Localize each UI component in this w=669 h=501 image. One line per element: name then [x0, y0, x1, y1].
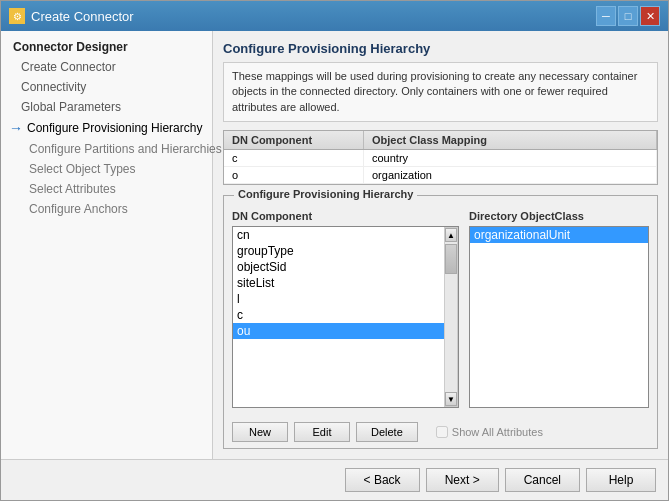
list-item[interactable]: l	[233, 291, 444, 307]
sidebar-item-configure-partitions-hierarchies[interactable]: Configure Partitions and Hierarchies	[1, 139, 212, 159]
main-window: ⚙ Create Connector ─ □ ✕ Connector Desig…	[0, 0, 669, 501]
title-bar: ⚙ Create Connector ─ □ ✕	[1, 1, 668, 31]
oc-list-item-selected[interactable]: organizationalUnit	[470, 227, 648, 243]
sidebar-item-connectivity[interactable]: Connectivity	[1, 77, 212, 97]
table-cell-obj-1: organization	[364, 167, 657, 183]
table-cell-obj-0: country	[364, 150, 657, 166]
sidebar-item-configure-provisioning-hierarchy[interactable]: → Configure Provisioning Hierarchy	[1, 117, 212, 139]
scrollbar-down-button[interactable]: ▼	[445, 392, 457, 406]
configure-group-inner: DN Component cn groupType objectSid site…	[224, 196, 657, 416]
sidebar: Connector Designer Create Connector Conn…	[1, 31, 213, 459]
next-button[interactable]: Next >	[426, 468, 499, 492]
back-button[interactable]: < Back	[345, 468, 420, 492]
dn-label: DN Component	[232, 210, 459, 222]
edit-button[interactable]: Edit	[294, 422, 350, 442]
maximize-button[interactable]: □	[618, 6, 638, 26]
cancel-button[interactable]: Cancel	[505, 468, 580, 492]
minimize-button[interactable]: ─	[596, 6, 616, 26]
dn-list-container: cn groupType objectSid siteList l c ou ▲	[232, 226, 459, 408]
oc-list[interactable]: organizationalUnit	[469, 226, 649, 408]
configure-provisioning-group: Configure Provisioning Hierarchy DN Comp…	[223, 195, 658, 449]
sidebar-item-configure-anchors[interactable]: Configure Anchors	[1, 199, 212, 219]
show-all-attributes-text: Show All Attributes	[452, 426, 543, 438]
list-item[interactable]: objectSid	[233, 259, 444, 275]
window-title: Create Connector	[31, 9, 134, 24]
help-button[interactable]: Help	[586, 468, 656, 492]
title-bar-left: ⚙ Create Connector	[9, 8, 134, 24]
sidebar-item-connector-designer: Connector Designer	[1, 37, 212, 57]
footer: < Back Next > Cancel Help	[1, 459, 668, 500]
col-header-dn: DN Component	[224, 131, 364, 149]
dn-component-section: DN Component cn groupType objectSid site…	[232, 210, 459, 408]
configure-group-legend: Configure Provisioning Hierarchy	[234, 188, 417, 200]
list-item[interactable]: siteList	[233, 275, 444, 291]
scrollbar-thumb[interactable]	[445, 244, 457, 274]
main-panel: Configure Provisioning Hierarchy These m…	[213, 31, 668, 459]
info-text: These mappings will be used during provi…	[223, 62, 658, 122]
table-cell-dn-1: o	[224, 167, 364, 183]
list-item[interactable]: groupType	[233, 243, 444, 259]
close-button[interactable]: ✕	[640, 6, 660, 26]
mapping-table: DN Component Object Class Mapping c coun…	[223, 130, 658, 185]
new-button[interactable]: New	[232, 422, 288, 442]
delete-button[interactable]: Delete	[356, 422, 418, 442]
sidebar-item-global-parameters[interactable]: Global Parameters	[1, 97, 212, 117]
button-row: New Edit Delete Show All Attributes	[224, 416, 657, 448]
list-item[interactable]: cn	[233, 227, 444, 243]
sidebar-item-label: Configure Provisioning Hierarchy	[27, 121, 202, 135]
col-header-obj: Object Class Mapping	[364, 131, 657, 149]
sidebar-item-select-attributes[interactable]: Select Attributes	[1, 179, 212, 199]
sidebar-item-select-object-types[interactable]: Select Object Types	[1, 159, 212, 179]
table-row[interactable]: c country	[224, 150, 657, 167]
show-all-attributes-label: Show All Attributes	[436, 426, 543, 438]
list-item[interactable]: c	[233, 307, 444, 323]
panel-title: Configure Provisioning Hierarchy	[223, 41, 658, 56]
oc-label: Directory ObjectClass	[469, 210, 649, 222]
mapping-table-header: DN Component Object Class Mapping	[224, 131, 657, 150]
app-icon: ⚙	[9, 8, 25, 24]
title-bar-controls: ─ □ ✕	[596, 6, 660, 26]
list-item-selected[interactable]: ou	[233, 323, 444, 339]
show-all-attributes-checkbox[interactable]	[436, 426, 448, 438]
table-cell-dn-0: c	[224, 150, 364, 166]
current-arrow-icon: →	[9, 120, 23, 136]
content-area: Connector Designer Create Connector Conn…	[1, 31, 668, 459]
oc-section: Directory ObjectClass organizationalUnit	[469, 210, 649, 408]
dn-scrollbar[interactable]: ▲ ▼	[444, 227, 458, 407]
scrollbar-up-button[interactable]: ▲	[445, 228, 457, 242]
sidebar-item-create-connector[interactable]: Create Connector	[1, 57, 212, 77]
dn-list-items[interactable]: cn groupType objectSid siteList l c ou	[233, 227, 444, 407]
table-row[interactable]: o organization	[224, 167, 657, 184]
